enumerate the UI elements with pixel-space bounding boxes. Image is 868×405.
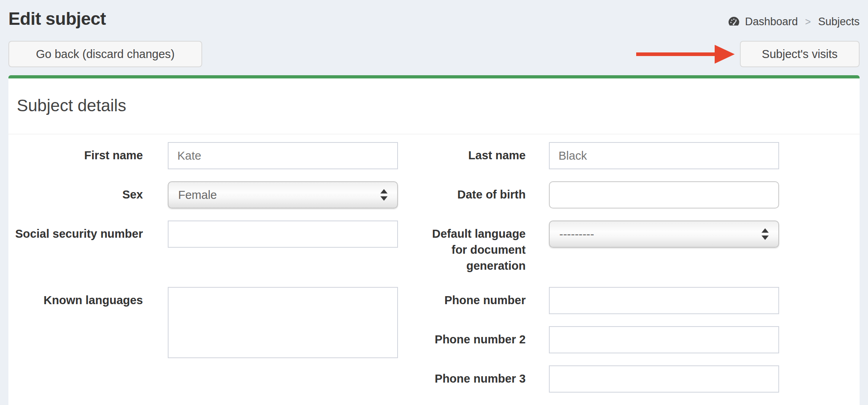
breadcrumb: Dashboard > Subjects [727,15,860,28]
form-column-left: First name Sex Female [8,142,398,405]
breadcrumb-subjects[interactable]: Subjects [818,16,860,28]
known-languages-textarea[interactable] [168,287,398,358]
panel-title: Subject details [17,96,850,115]
phone-number-2-input[interactable] [549,326,779,353]
ssn-label: Social security number [8,221,143,248]
select-arrows-icon [380,189,388,201]
last-name-input[interactable] [549,142,779,169]
dashboard-gauge-icon [727,15,740,28]
panel-header: Subject details [8,78,860,134]
phone-number-3-input[interactable] [549,365,779,393]
form-column-right: Last name Date of birth Default language… [426,142,779,405]
ssn-input[interactable] [168,221,398,248]
phone-number-input[interactable] [549,287,779,314]
page-title: Edit subject [8,9,106,29]
subject-details-panel: Subject details First name Sex Female [8,75,860,405]
phone-number-3-label: Phone number 3 [426,365,526,393]
date-of-birth-row: Date of birth [426,181,779,209]
sex-select[interactable]: Female [168,181,398,209]
known-languages-label: Known languages [8,287,143,360]
subject-form: First name Sex Female [8,134,860,405]
default-language-select[interactable]: --------- [549,221,779,248]
date-of-birth-input[interactable] [549,181,779,209]
first-name-label: First name [8,142,143,169]
phone-number-row: Phone number [426,287,779,314]
default-language-row: Default language for document generation… [426,221,779,275]
date-of-birth-label: Date of birth [426,181,526,209]
go-back-button[interactable]: Go back (discard changes) [8,41,202,67]
ssn-row: Social security number [8,221,398,248]
default-language-select-value: --------- [550,228,778,241]
subjects-visits-button[interactable]: Subject's visits [740,41,860,67]
breadcrumb-dashboard[interactable]: Dashboard [745,16,798,28]
phone-number-3-row: Phone number 3 [426,365,779,393]
known-languages-row: Known languages [8,287,398,360]
sex-select-value: Female [169,188,397,202]
select-arrows-icon [762,229,769,240]
default-language-label: Default language for document generation [426,221,526,275]
toolbar: Go back (discard changes) Subject's visi… [8,41,860,67]
annotation-arrow-icon [636,44,735,64]
breadcrumb-separator: > [803,16,814,28]
sex-row: Sex Female [8,181,398,209]
last-name-row: Last name [426,142,779,169]
phone-number-label: Phone number [426,287,526,314]
phone-number-2-row: Phone number 2 [426,326,779,353]
first-name-row: First name [8,142,398,169]
sex-label: Sex [8,181,143,209]
phone-number-2-label: Phone number 2 [426,326,526,353]
first-name-input[interactable] [168,142,398,169]
page-header: Edit subject Dashboard > Subjects [8,0,860,29]
last-name-label: Last name [426,142,526,169]
